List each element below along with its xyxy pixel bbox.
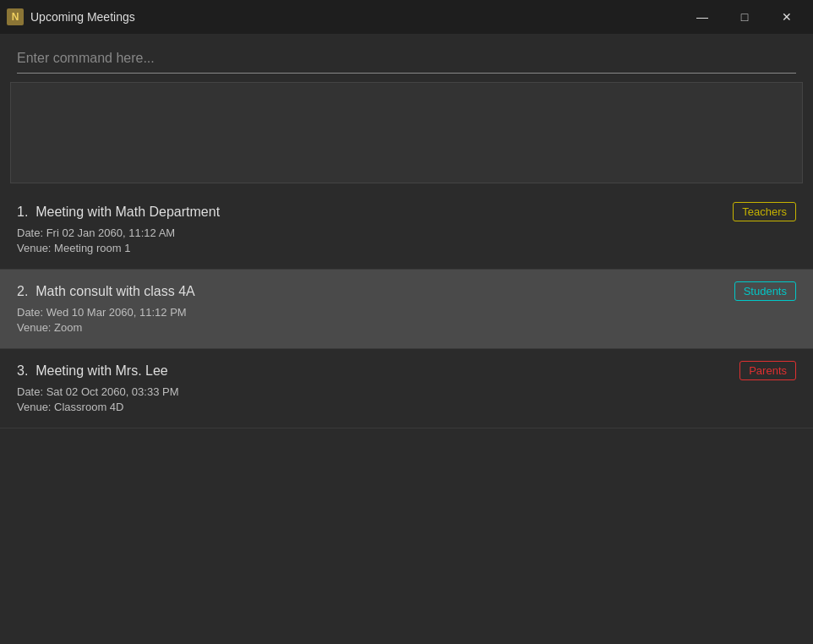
main-window: N Upcoming Meetings — □ ✕ 1. Meeting wit…	[0, 0, 813, 644]
title-bar: N Upcoming Meetings — □ ✕	[0, 0, 813, 34]
close-button[interactable]: ✕	[767, 3, 806, 30]
window-controls: — □ ✕	[683, 3, 806, 30]
meeting-tag: Students	[734, 281, 796, 301]
meeting-venue: Venue: Classroom 4D	[17, 401, 796, 413]
maximize-button[interactable]: □	[725, 3, 764, 30]
minimize-button[interactable]: —	[683, 3, 722, 30]
meeting-venue: Venue: Meeting room 1	[17, 242, 796, 254]
meeting-tag: Parents	[739, 361, 796, 380]
meeting-title: 2. Math consult with class 4A	[17, 284, 195, 299]
meeting-title: 1. Meeting with Math Department	[17, 205, 220, 220]
meetings-list: 1. Meeting with Math Department Teachers…	[0, 183, 813, 644]
command-area	[0, 34, 813, 82]
output-box	[10, 82, 803, 183]
meeting-date: Date: Sat 02 Oct 2060, 03:33 PM	[17, 385, 796, 398]
meeting-title: 3. Meeting with Mrs. Lee	[17, 363, 168, 379]
meeting-header: 1. Meeting with Math Department Teachers	[17, 202, 796, 221]
meeting-date: Date: Wed 10 Mar 2060, 11:12 PM	[17, 306, 796, 319]
title-bar-left: N Upcoming Meetings	[7, 8, 135, 25]
meeting-header: 2. Math consult with class 4A Students	[17, 281, 796, 301]
command-input[interactable]	[17, 47, 796, 74]
meeting-item[interactable]: 2. Math consult with class 4A Students D…	[0, 270, 813, 349]
window-title: Upcoming Meetings	[30, 10, 135, 24]
meeting-venue: Venue: Zoom	[17, 321, 796, 334]
meeting-date: Date: Fri 02 Jan 2060, 11:12 AM	[17, 226, 796, 239]
app-icon: N	[7, 8, 24, 25]
meeting-item[interactable]: 3. Meeting with Mrs. Lee Parents Date: S…	[0, 349, 813, 428]
meeting-tag: Teachers	[733, 202, 796, 221]
meeting-item[interactable]: 1. Meeting with Math Department Teachers…	[0, 190, 813, 270]
meeting-header: 3. Meeting with Mrs. Lee Parents	[17, 361, 796, 380]
